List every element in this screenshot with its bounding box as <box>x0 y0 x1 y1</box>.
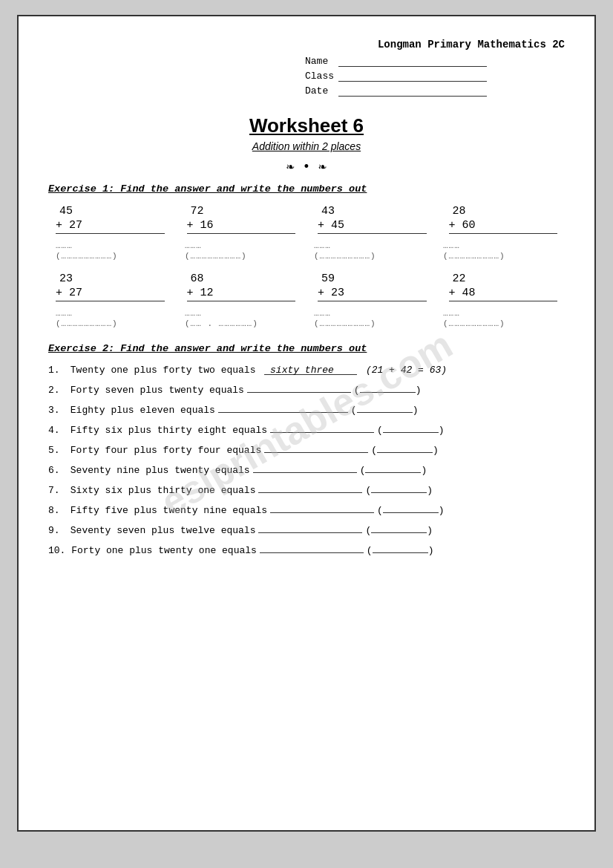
inner-answer-line[interactable] <box>360 382 416 393</box>
problem-2: 72 + 16 <box>180 205 304 234</box>
class-label: Class <box>305 71 338 82</box>
worksheet-subtitle: Addition within 2 places <box>48 140 565 152</box>
answer-line[interactable]: sixty three <box>264 365 357 375</box>
item-text: Twenty one plus forty two equals <box>65 365 261 376</box>
item-text: Eighty plus eleven equals <box>65 405 215 416</box>
inner-answer-line[interactable] <box>377 443 433 453</box>
exercise2-title: Exercise 2: Find the answer and write th… <box>48 343 565 354</box>
problem-7: 59 + 23 <box>310 273 434 301</box>
name-label: Name <box>305 56 338 67</box>
item-text: Fifty five plus twenty nine equals <box>65 505 267 516</box>
dots-row1: ……… ……… ……… ……… <box>48 241 565 250</box>
paren-answer: () <box>354 382 422 396</box>
list-item: 3. Eighty plus eleven equals () <box>48 402 565 416</box>
num2: + 48 <box>449 287 558 301</box>
inner-answer-line[interactable] <box>371 483 427 493</box>
list-item: 6. Seventy nine plus twenty equals () <box>48 463 565 476</box>
num2: + 12 <box>187 287 296 301</box>
item-text: Forty seven plus twenty equals <box>65 385 244 396</box>
list-item: 5. Forty four plus forty four equals () <box>48 443 565 456</box>
example-eq: (21 + 42 = 63) <box>360 365 447 376</box>
num1: 43 <box>318 205 427 218</box>
item-text: Fifty six plus thirty eight equals <box>65 425 267 436</box>
answer-line[interactable] <box>247 382 351 393</box>
inner-answer-line[interactable] <box>383 422 439 433</box>
problems-row2: 23 + 27 68 + 12 59 + 23 22 + 48 <box>48 273 565 301</box>
num1: 28 <box>449 205 558 218</box>
list-item: 4. Fifty six plus thirty eight equals () <box>48 422 565 436</box>
num1: 68 <box>187 273 296 285</box>
paren-answer: () <box>351 402 419 416</box>
example-answer: sixty three <box>264 365 357 376</box>
parens-row2: (………………………) (…… . ………………) (………………………) (…… <box>48 319 565 328</box>
list-item: 9. Seventy seven plus twelve equals () <box>48 523 565 536</box>
inner-answer-line[interactable] <box>373 543 428 553</box>
answer-line[interactable] <box>258 483 362 493</box>
item-number: 6. <box>48 465 65 476</box>
inner-answer-line[interactable] <box>371 523 427 533</box>
date-input-line[interactable] <box>338 85 487 97</box>
dots-row2: ……… ……… ……… ……… <box>48 309 565 318</box>
item-number: 5. <box>48 445 65 456</box>
problems-row1: 45 + 27 72 + 16 43 + 45 28 + 60 <box>48 205 565 234</box>
answer-line[interactable] <box>260 543 364 553</box>
num2: + 27 <box>56 287 165 301</box>
doc-title: Longman Primary Mathematics 2C <box>305 39 565 50</box>
answer-line[interactable] <box>258 523 362 533</box>
num2: + 23 <box>318 287 427 301</box>
answer-line[interactable] <box>253 463 357 473</box>
num1: 23 <box>56 273 165 285</box>
name-field-row: Name <box>305 55 487 67</box>
answer-line[interactable] <box>270 503 374 513</box>
num1: 72 <box>187 205 296 218</box>
item-number: 9. <box>48 525 65 536</box>
item-text: Forty one plus twenty one equals <box>65 545 256 556</box>
num1: 59 <box>318 273 427 285</box>
problem-6: 68 + 12 <box>180 273 304 301</box>
paren-answer: () <box>365 483 433 496</box>
num2: + 45 <box>318 219 427 234</box>
inner-answer-line[interactable] <box>357 402 413 413</box>
decorative-divider: ❧ • ❧ <box>48 158 565 174</box>
list-item: 1. Twenty one plus forty two equals sixt… <box>48 365 565 376</box>
date-label: Date <box>305 85 338 97</box>
paren-answer: () <box>360 463 427 476</box>
num1: 22 <box>449 273 558 285</box>
answer-line[interactable] <box>270 422 374 433</box>
paren-answer: () <box>371 443 439 456</box>
item-number: 7. <box>48 485 65 496</box>
paren-answer: () <box>367 543 434 556</box>
problem-3: 43 + 45 <box>310 205 434 234</box>
exercise2-list: 1. Twenty one plus forty two equals sixt… <box>48 365 565 556</box>
problem-4: 28 + 60 <box>442 205 566 234</box>
item-text: Seventy seven plus twelve equals <box>65 525 255 536</box>
item-number: 1. <box>48 365 65 376</box>
paren-answer: () <box>377 503 445 516</box>
item-text: Seventy nine plus twenty equals <box>65 465 250 476</box>
answer-line[interactable] <box>218 402 348 413</box>
list-item: 7. Sixty six plus thirty one equals () <box>48 483 565 496</box>
list-item: 2. Forty seven plus twenty equals () <box>48 382 565 396</box>
item-number: 10. <box>48 545 65 556</box>
num2: + 60 <box>449 219 558 234</box>
inner-answer-line[interactable] <box>365 463 421 473</box>
exercise2-section: Exercise 2: Find the answer and write th… <box>48 343 565 556</box>
item-number: 8. <box>48 505 65 516</box>
name-input-line[interactable] <box>338 55 487 67</box>
item-number: 4. <box>48 425 65 436</box>
exercise1-title: Exercise 1: Find the answer and write th… <box>48 183 565 195</box>
num1: 45 <box>56 205 165 218</box>
class-input-line[interactable] <box>338 70 487 82</box>
problem-5: 23 + 27 <box>48 273 172 301</box>
parens-row1: (………………………) (………………………) (………………………) (………… <box>48 252 565 261</box>
paren-answer: () <box>377 422 445 436</box>
item-number: 3. <box>48 405 65 416</box>
num2: + 16 <box>187 219 296 234</box>
inner-answer-line[interactable] <box>383 503 439 513</box>
answer-line[interactable] <box>264 443 368 453</box>
item-number: 2. <box>48 385 65 396</box>
worksheet-title: Worksheet 6 <box>48 114 565 137</box>
item-text: Sixty six plus thirty one equals <box>65 485 255 496</box>
num2: + 27 <box>56 219 165 234</box>
paren-answer: () <box>365 523 433 536</box>
